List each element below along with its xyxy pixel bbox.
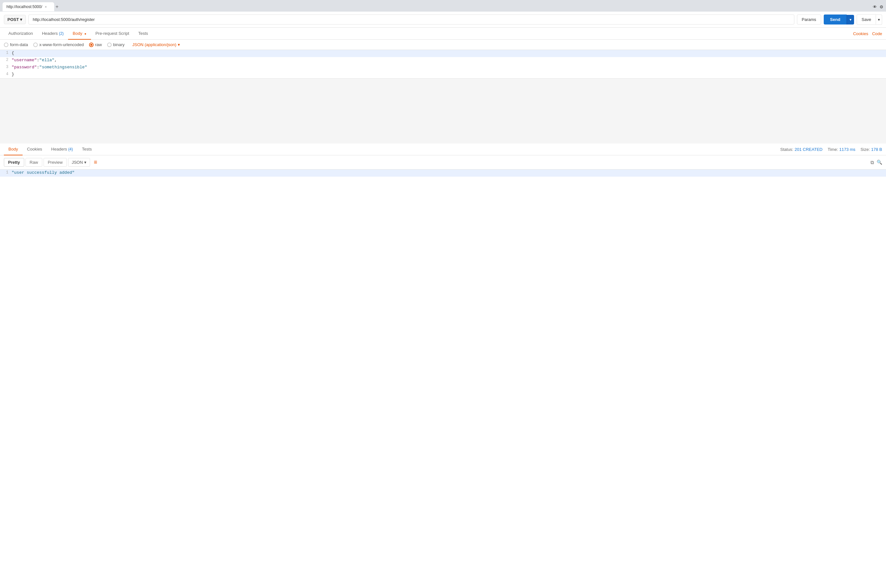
request-body-editor[interactable]: 1 { 2 "username":"ella", 3 "password":"s…: [0, 50, 886, 144]
request-tabs-right: Cookies Code: [853, 28, 882, 39]
time-value: 1173 ms: [839, 147, 855, 152]
resp-tab-cookies[interactable]: Cookies: [23, 144, 47, 155]
new-tab-button[interactable]: +: [56, 4, 59, 10]
binary-option[interactable]: binary: [107, 42, 125, 47]
resp-json-format-select[interactable]: JSON ▾: [68, 158, 90, 166]
send-dropdown-button[interactable]: ▾: [847, 15, 854, 24]
method-chevron-icon: ▾: [20, 17, 22, 22]
resp-line-1: 1 "user successfully added": [0, 170, 886, 177]
response-metadata: Status: 201 CREATED Time: 1173 ms Size: …: [780, 147, 882, 152]
code-line-4: 4 }: [0, 71, 886, 78]
status-label: Status:: [780, 147, 793, 152]
resp-tab-headers[interactable]: Headers (4): [47, 144, 77, 155]
save-dropdown-button[interactable]: ▾: [876, 15, 882, 25]
code-editor-content[interactable]: 1 { 2 "username":"ella", 3 "password":"s…: [0, 50, 886, 79]
tab-body[interactable]: Body ●: [68, 28, 91, 40]
code-line-1: 1 {: [0, 50, 886, 57]
response-tabs-bar: Body Cookies Headers (4) Tests Status: 2…: [0, 144, 886, 155]
method-select[interactable]: POST ▾: [4, 15, 26, 24]
send-button-group: Send ▾: [824, 15, 854, 24]
wrap-lines-icon[interactable]: ≡: [94, 159, 98, 166]
tab-tests[interactable]: Tests: [134, 28, 152, 40]
save-button-group: Save ▾: [857, 14, 882, 25]
request-tabs-left: Authorization Headers (2) Body ● Pre-req…: [4, 28, 153, 39]
response-body-wrapper: 1 "user successfully added": [0, 170, 886, 588]
browser-tab[interactable]: http://localhost:5000/ ×: [3, 2, 54, 11]
pretty-button[interactable]: Pretty: [4, 158, 24, 166]
response-format-right: ⧉ 🔍: [871, 160, 882, 165]
url-input[interactable]: [29, 15, 794, 24]
resp-json-chevron-icon: ▾: [84, 160, 86, 165]
search-icon[interactable]: 🔍: [877, 160, 882, 165]
resp-tab-tests[interactable]: Tests: [77, 144, 96, 155]
form-data-option[interactable]: form-data: [4, 42, 28, 47]
binary-radio[interactable]: [107, 42, 111, 47]
request-toolbar: POST ▾ Params Send ▾ Save ▾: [0, 12, 886, 28]
time-label: Time:: [827, 147, 838, 152]
tab-authorization[interactable]: Authorization: [4, 28, 38, 40]
browser-settings: 👁 ⚙: [873, 4, 883, 9]
form-data-radio[interactable]: [4, 42, 8, 47]
response-format-left: Pretty Raw Preview JSON ▾ ≡: [4, 158, 97, 166]
copy-icon[interactable]: ⧉: [871, 160, 874, 165]
save-button[interactable]: Save: [857, 14, 876, 25]
json-chevron-icon: ▾: [178, 42, 180, 47]
code-link[interactable]: Code: [872, 28, 882, 39]
raw-option[interactable]: raw: [89, 42, 102, 47]
size-value: 178 B: [871, 147, 882, 152]
tab-prerequest[interactable]: Pre-request Script: [91, 28, 134, 40]
response-format-bar: Pretty Raw Preview JSON ▾ ≡ ⧉ 🔍: [0, 155, 886, 170]
resp-tab-body[interactable]: Body: [4, 144, 23, 155]
request-tabs: Authorization Headers (2) Body ● Pre-req…: [0, 28, 886, 40]
size-label: Size:: [860, 147, 870, 152]
status-value: 201 CREATED: [795, 147, 823, 152]
code-line-2: 2 "username":"ella",: [0, 57, 886, 64]
json-format-select[interactable]: JSON (application/json) ▾: [132, 42, 180, 47]
tab-title: http://localhost:5000/: [6, 4, 42, 9]
code-line-3: 3 "password":"somethingsensible": [0, 64, 886, 71]
eye-icon[interactable]: 👁: [873, 4, 877, 9]
cookies-link[interactable]: Cookies: [853, 28, 868, 39]
tab-headers[interactable]: Headers (2): [38, 28, 68, 40]
urlencoded-radio[interactable]: [33, 42, 38, 47]
response-section: Body Cookies Headers (4) Tests Status: 2…: [0, 144, 886, 588]
body-dot-indicator: ●: [84, 32, 86, 36]
params-button[interactable]: Params: [797, 15, 821, 24]
raw-radio[interactable]: [89, 42, 93, 47]
raw-button[interactable]: Raw: [26, 158, 42, 166]
close-tab-button[interactable]: ×: [45, 5, 47, 9]
body-type-bar: form-data x-www-form-urlencoded raw bina…: [0, 40, 886, 50]
settings-icon[interactable]: ⚙: [880, 4, 883, 9]
send-button[interactable]: Send: [824, 15, 847, 24]
method-label: POST: [8, 17, 19, 22]
urlencoded-option[interactable]: x-www-form-urlencoded: [33, 42, 84, 47]
response-tabs-left: Body Cookies Headers (4) Tests: [4, 144, 96, 155]
preview-button[interactable]: Preview: [44, 158, 67, 166]
response-body-content: 1 "user successfully added": [0, 170, 886, 177]
